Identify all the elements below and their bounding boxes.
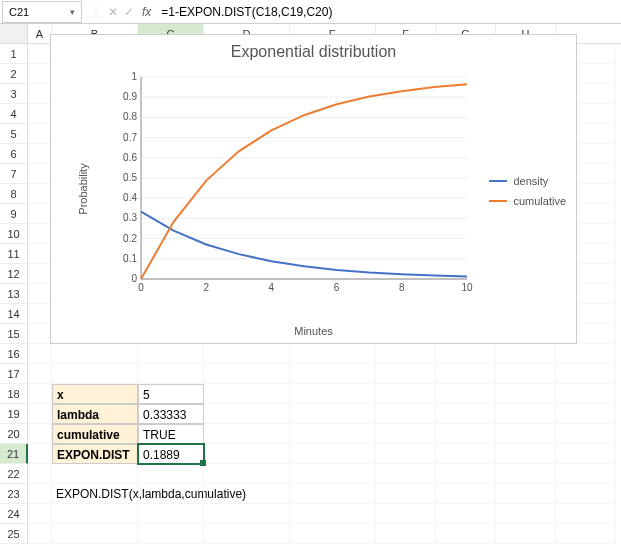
cell[interactable]	[376, 504, 436, 524]
cell[interactable]	[138, 504, 204, 524]
cell[interactable]	[28, 384, 52, 404]
row-header-9[interactable]: 9	[0, 204, 28, 224]
cell[interactable]	[496, 504, 556, 524]
cell[interactable]	[28, 444, 52, 464]
row-header-25[interactable]: 25	[0, 524, 28, 544]
cell[interactable]	[204, 384, 290, 404]
row-header-15[interactable]: 15	[0, 324, 28, 344]
cell[interactable]	[28, 344, 52, 364]
cell[interactable]	[436, 484, 496, 504]
cell[interactable]	[376, 364, 436, 384]
cell[interactable]	[28, 264, 52, 284]
row-header-18[interactable]: 18	[0, 384, 28, 404]
fx-icon[interactable]: fx	[142, 5, 157, 19]
cell[interactable]	[138, 344, 204, 364]
row-header-20[interactable]: 20	[0, 424, 28, 444]
cell[interactable]	[28, 244, 52, 264]
cell[interactable]	[436, 464, 496, 484]
cell[interactable]	[290, 344, 376, 364]
row-header-10[interactable]: 10	[0, 224, 28, 244]
row-header-13[interactable]: 13	[0, 284, 28, 304]
cell[interactable]	[556, 524, 616, 544]
fill-handle[interactable]	[200, 460, 206, 466]
cell[interactable]	[204, 404, 290, 424]
cell[interactable]	[28, 424, 52, 444]
cell[interactable]	[28, 104, 52, 124]
cell[interactable]	[376, 344, 436, 364]
cell[interactable]	[52, 504, 138, 524]
cell[interactable]	[28, 464, 52, 484]
cell[interactable]	[28, 304, 52, 324]
cell[interactable]	[376, 464, 436, 484]
value-lambda[interactable]: 0.33333	[138, 404, 204, 424]
cell[interactable]	[496, 384, 556, 404]
cell[interactable]	[496, 444, 556, 464]
cell[interactable]	[28, 204, 52, 224]
label-lambda[interactable]: lambda	[52, 404, 138, 424]
formula-input[interactable]: =1-EXPON.DIST(C18,C19,C20)	[157, 5, 621, 19]
cell[interactable]	[496, 424, 556, 444]
cell[interactable]	[290, 424, 376, 444]
accept-icon[interactable]: ✓	[124, 5, 134, 19]
cell[interactable]	[28, 224, 52, 244]
row-header-23[interactable]: 23	[0, 484, 28, 504]
row-header-7[interactable]: 7	[0, 164, 28, 184]
cell[interactable]	[556, 404, 616, 424]
row-header-6[interactable]: 6	[0, 144, 28, 164]
cell[interactable]	[290, 504, 376, 524]
label-x[interactable]: x	[52, 384, 138, 404]
row-header-1[interactable]: 1	[0, 44, 28, 64]
col-header-A[interactable]: A	[28, 24, 52, 43]
cell[interactable]	[290, 484, 376, 504]
name-box[interactable]: C21 ▾	[2, 1, 82, 23]
cell[interactable]	[556, 424, 616, 444]
cell[interactable]	[496, 484, 556, 504]
select-all-corner[interactable]	[0, 24, 28, 43]
row-header-17[interactable]: 17	[0, 364, 28, 384]
cell[interactable]	[436, 384, 496, 404]
row-header-14[interactable]: 14	[0, 304, 28, 324]
cell[interactable]	[52, 464, 138, 484]
cell[interactable]	[436, 404, 496, 424]
cell[interactable]	[436, 364, 496, 384]
cell[interactable]	[376, 424, 436, 444]
embedded-chart[interactable]: Exponential distribution Probability Min…	[50, 34, 577, 344]
cell[interactable]	[290, 524, 376, 544]
cell[interactable]	[556, 504, 616, 524]
cell[interactable]	[28, 284, 52, 304]
cell[interactable]	[28, 404, 52, 424]
cell[interactable]	[436, 344, 496, 364]
cell[interactable]	[290, 444, 376, 464]
cell[interactable]	[138, 524, 204, 544]
cell[interactable]	[52, 364, 138, 384]
cell[interactable]	[28, 364, 52, 384]
cell[interactable]	[376, 404, 436, 424]
cell[interactable]	[496, 364, 556, 384]
label-EXPON.DIST[interactable]: EXPON.DIST	[52, 444, 138, 464]
chevron-down-icon[interactable]: ▾	[70, 7, 75, 17]
cancel-icon[interactable]: ✕	[108, 5, 118, 19]
cell[interactable]	[496, 464, 556, 484]
label-cumulative[interactable]: cumulative	[52, 424, 138, 444]
cell[interactable]	[436, 524, 496, 544]
cell[interactable]	[28, 124, 52, 144]
cell[interactable]	[204, 464, 290, 484]
cell[interactable]	[138, 484, 204, 504]
cell[interactable]	[436, 504, 496, 524]
cell[interactable]	[204, 444, 290, 464]
cell[interactable]	[436, 444, 496, 464]
cell[interactable]	[28, 184, 52, 204]
cell[interactable]	[496, 524, 556, 544]
cell[interactable]	[556, 444, 616, 464]
cell[interactable]	[28, 84, 52, 104]
cell[interactable]	[556, 344, 616, 364]
cell[interactable]	[52, 524, 138, 544]
cell[interactable]	[28, 44, 52, 64]
cell[interactable]	[204, 484, 290, 504]
row-header-19[interactable]: 19	[0, 404, 28, 424]
cell[interactable]	[290, 364, 376, 384]
cell[interactable]	[556, 364, 616, 384]
cell[interactable]	[556, 384, 616, 404]
row-header-24[interactable]: 24	[0, 504, 28, 524]
cell[interactable]	[28, 504, 52, 524]
